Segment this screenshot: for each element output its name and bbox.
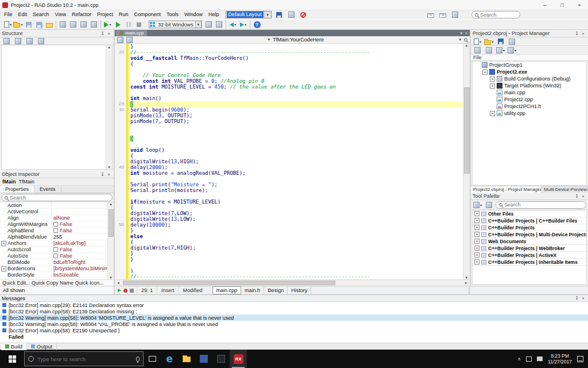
tray-expand-icon[interactable]: ∧ (517, 356, 521, 362)
code-line-55[interactable]: } (115, 251, 463, 256)
code-line-51[interactable]: } (115, 228, 463, 233)
close-icon[interactable]: × (580, 194, 586, 199)
chevron-down-icon[interactable]: ▾ (480, 203, 482, 207)
chevron-down-icon[interactable]: ▾ (459, 37, 461, 42)
build-button[interactable] (214, 20, 224, 29)
action-center-icon[interactable] (577, 356, 583, 362)
structure-scrollbar[interactable]: ▲ ▼ (106, 45, 112, 169)
chevron-down-icon[interactable]: ▾ (21, 22, 22, 26)
code-line-21[interactable]: void __fastcall TfMain::YourCodeHere() (115, 55, 463, 61)
code-line-57[interactable] (115, 262, 463, 268)
property-value[interactable]: [akLeft,akTop] (51, 240, 114, 247)
tree-node-project2-cpp[interactable]: Project2.cpp (473, 96, 586, 103)
code-line-36[interactable] (115, 141, 463, 147)
menu-run[interactable]: Run (116, 10, 131, 19)
property-value[interactable]: alNone (51, 215, 114, 221)
checkbox-icon[interactable] (53, 247, 58, 252)
code-line-34[interactable] (115, 130, 463, 136)
close-icon[interactable]: × (106, 172, 112, 177)
pin-icon[interactable]: ↧ (574, 296, 580, 301)
expand-icon[interactable]: + (474, 246, 479, 251)
chevron-down-icon[interactable]: ▾ (503, 48, 505, 52)
scroll-right-icon[interactable]: ► (463, 280, 470, 286)
property-row[interactable]: AutoSizeFalse (0, 253, 114, 259)
menu-refactor[interactable]: Refactor (69, 10, 94, 19)
property-value[interactable]: False (51, 228, 114, 234)
structure-tree-area[interactable]: ▲ ▼ (1, 45, 113, 170)
microphone-icon[interactable] (136, 356, 140, 362)
expand-icon[interactable]: + (474, 252, 479, 258)
code-line-25[interactable]: const int VAL_PROBE = 0; //Analog pin 0 (115, 78, 463, 84)
code-line-53[interactable]: { (115, 239, 463, 245)
menu-view[interactable]: View (52, 10, 69, 19)
code-line-26[interactable]: const int MOISTURE_LEVEL = 450; // the v… (115, 84, 463, 90)
code-line-29[interactable]: 29{ (115, 101, 463, 107)
property-row[interactable]: ActiveControl (0, 209, 114, 215)
property-row[interactable]: +BorderIcons[biSystemMenu,biMinimize,biM… (0, 266, 114, 272)
editor-tab-main-cpp[interactable]: main.cpp (116, 30, 147, 36)
expand-icon[interactable]: + (474, 211, 479, 216)
chevron-down-icon[interactable]: ▾ (479, 40, 481, 44)
message-row[interactable]: [bcc32 Warning] main.cpp(58): W8004 'MOI… (0, 315, 588, 321)
message-row[interactable]: [bcc32 Warning] main.cpp(58): W8004 'VAL… (0, 321, 588, 327)
target-platform-combo[interactable]: 32-bit Windows ▾ (149, 21, 202, 28)
palette-category[interactable]: +C++Builder Projects | C++Builder Files (473, 217, 586, 224)
minimize-button[interactable]: ─ (536, 0, 554, 10)
tab-properties[interactable]: Properties (0, 186, 34, 193)
property-value[interactable]: [biSystemMenu,biMinimize,biMaxim (51, 266, 114, 272)
palette-category[interactable]: +Web Documents (473, 238, 586, 245)
property-search-box[interactable] (1, 194, 113, 201)
scroll-up-icon[interactable]: ▲ (109, 202, 113, 206)
desktop-layout-combo[interactable]: Default Layout ▾ (226, 11, 272, 18)
menu-search[interactable]: Search (30, 10, 52, 19)
ide-search-input[interactable] (480, 12, 517, 18)
collapse-icon[interactable]: − (482, 70, 488, 75)
tree-node-target-platforms-win32-[interactable]: +Target Platforms (Win32) (473, 82, 586, 89)
expand-icon[interactable]: + (1, 241, 6, 246)
save-all-button[interactable] (34, 20, 44, 29)
run-button[interactable]: ▾ (103, 20, 113, 29)
tab-list-icon[interactable]: ▾ (460, 31, 462, 36)
expand-icon[interactable]: + (474, 218, 479, 223)
tab-events[interactable]: Events (34, 186, 61, 193)
close-icon[interactable]: × (580, 296, 586, 301)
methods-icon[interactable] (126, 37, 133, 43)
view-forms-button[interactable] (68, 20, 78, 29)
palette-category[interactable]: +C++Builder Projects (473, 224, 586, 231)
back-button[interactable]: ▾ (228, 20, 238, 29)
code-line-59[interactable]: //--------------------------------------… (115, 274, 463, 279)
palette-category[interactable]: +C++Builder Projects | ActiveX (473, 252, 586, 259)
property-value[interactable]: bdLeftToRight (51, 259, 114, 266)
code-line-56[interactable]: } (115, 256, 463, 262)
file-tab-history[interactable]: History (288, 287, 311, 294)
menu-edit[interactable]: Edit (16, 10, 30, 19)
welcome-mail-icon[interactable] (438, 10, 448, 20)
expand-icon[interactable]: + (474, 239, 479, 244)
pin-icon[interactable]: ↧ (99, 172, 106, 177)
compile-button[interactable] (204, 20, 214, 29)
taskbar-search-input[interactable] (37, 356, 133, 362)
code-line-31[interactable]: pinMode(13, OUTPUT); (115, 113, 463, 118)
code-line-33[interactable] (115, 124, 463, 130)
code-line-50[interactable]: 50delay(10000); (115, 222, 463, 228)
float-window-icon[interactable] (450, 10, 460, 20)
pm-group-button[interactable]: ▾ (507, 45, 517, 55)
close-tab-icon[interactable]: × (465, 31, 467, 35)
maximize-button[interactable]: □ (554, 0, 571, 10)
editor-search-icon[interactable] (464, 38, 467, 41)
menu-project[interactable]: Project (94, 10, 116, 19)
chevron-down-icon[interactable]: ▾ (514, 48, 516, 52)
code-line-24[interactable]: // Your Control Code Here (115, 72, 463, 78)
menu-file[interactable]: File (1, 10, 16, 19)
scrollbar-thumb[interactable] (109, 209, 114, 237)
palette-search-box[interactable] (496, 201, 586, 209)
scroll-up-icon[interactable]: ▲ (107, 45, 111, 49)
tree-node-utility-cpp[interactable]: +utility.cpp (473, 110, 586, 117)
abort-button[interactable] (299, 10, 308, 20)
open-file-button[interactable]: ▾ (13, 20, 23, 29)
start-button[interactable] (0, 350, 24, 368)
tab-build[interactable]: Build (1, 343, 27, 350)
code-line-46[interactable]: if(moisture < MOISTURE_LEVEL) (115, 199, 463, 205)
breadcrumb[interactable]: TfMain:YourCodeHere (273, 37, 324, 43)
expand-icon[interactable]: + (1, 266, 6, 271)
